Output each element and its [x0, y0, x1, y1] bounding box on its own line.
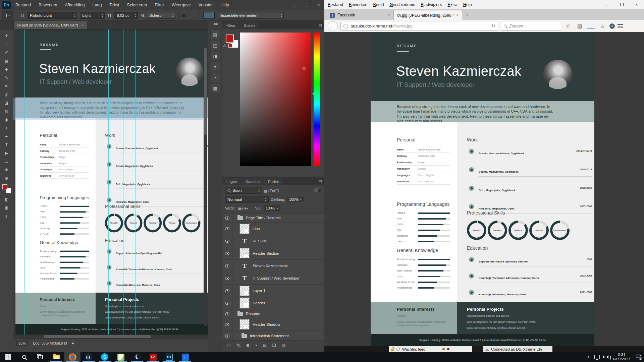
- notification-center-icon[interactable]: 6: [635, 355, 641, 359]
- toolbox-tool-icon[interactable]: ◉: [2, 115, 11, 124]
- collapse-panels-icon[interactable]: ◀◀: [213, 22, 217, 25]
- color-cursor[interactable]: [303, 67, 306, 70]
- taskbar-filezilla[interactable]: FZ: [145, 352, 161, 362]
- guide-line[interactable]: [13, 40, 208, 40]
- menu-item[interactable]: Bestand: [328, 2, 343, 7]
- foreground-background-swatches[interactable]: [2, 184, 11, 193]
- menu-item[interactable]: Afbeelding: [65, 3, 85, 7]
- toolbox-tool-icon[interactable]: ◐: [2, 124, 11, 132]
- layer-visibility-toggle[interactable]: [222, 235, 232, 247]
- layer-row[interactable]: T Introduction Statement: [222, 331, 324, 340]
- guide-line[interactable]: [48, 29, 48, 339]
- layers-action-icon[interactable]: ◑: [255, 343, 257, 348]
- layer-filter-icon[interactable]: ❏: [275, 189, 279, 193]
- toolbox-tool-icon[interactable]: ◎: [2, 90, 11, 99]
- maximize-button[interactable]: [304, 3, 309, 7]
- layers-action-icon[interactable]: ▥: [282, 343, 285, 348]
- font-style-select[interactable]: Light▴▾: [80, 12, 105, 19]
- toolbox-tool-icon[interactable]: ⊕: [2, 174, 11, 182]
- home-icon[interactable]: ⌂: [598, 23, 607, 29]
- panel-tab[interactable]: Lagen: [222, 178, 241, 185]
- task-view-button[interactable]: [32, 352, 48, 362]
- opacity-value[interactable]: 100%▾: [287, 197, 304, 202]
- menu-item[interactable]: Tekst: [109, 3, 119, 7]
- minimize-button[interactable]: [292, 3, 297, 7]
- layer-name[interactable]: Line: [253, 227, 260, 231]
- downloads-icon[interactable]: ↓: [587, 23, 595, 29]
- layer-thumbnail[interactable]: [240, 285, 249, 296]
- layer-thumbnail[interactable]: [240, 319, 249, 330]
- status-arrow-icon[interactable]: ▶: [72, 342, 74, 345]
- text-orientation-icon[interactable]: ↕T: [20, 13, 25, 18]
- menu-item[interactable]: Help: [463, 2, 472, 7]
- layer-filter-icon[interactable]: ▭: [272, 189, 275, 193]
- toolbox-tool-icon[interactable]: ✒: [2, 132, 11, 140]
- toolbox-tool-icon[interactable]: ▭: [2, 157, 11, 166]
- menu-item[interactable]: Weergave: [172, 3, 191, 7]
- layer-visibility-toggle[interactable]: [222, 318, 232, 330]
- pocket-icon[interactable]: v: [609, 23, 615, 29]
- layer-name[interactable]: Layer 1: [253, 289, 265, 293]
- layer-row[interactable]: T Header Shadow: [222, 318, 324, 331]
- menu-item[interactable]: Selecteren: [127, 3, 147, 7]
- layer-visibility-toggle[interactable]: [222, 297, 232, 309]
- taskbar-search-button[interactable]: [16, 352, 32, 362]
- layer-name[interactable]: RESUME: [253, 239, 269, 243]
- menu-item[interactable]: Bladwijzers: [421, 2, 442, 7]
- bookmarks-menu-icon[interactable]: ▤: [575, 23, 584, 29]
- toolbox-tool-icon[interactable]: ✚: [2, 65, 11, 73]
- gamut-warning[interactable]: ⚠: [223, 43, 232, 48]
- layers-action-icon[interactable]: ◙: [247, 343, 249, 348]
- volume-icon[interactable]: [604, 355, 608, 359]
- layer-row[interactable]: T Header: [222, 297, 324, 309]
- bookmark-star-icon[interactable]: ☆: [564, 23, 573, 29]
- taskbar-daemon-tools[interactable]: [129, 352, 145, 362]
- toolbox-mode-icon[interactable]: ▣: [2, 203, 11, 212]
- teamviewer-status-strip[interactable]: ☁ Connected as Dtc-Xtreme: [483, 346, 552, 352]
- menu-item[interactable]: Venster: [199, 3, 213, 7]
- taskbar-notepad[interactable]: [113, 352, 129, 362]
- url-bar[interactable]: i suzuka.dtc-xtreme.net/files/cv.jpg ↻: [340, 22, 498, 31]
- taskbar-clock[interactable]: 0:31 6/09/2017: [613, 353, 630, 361]
- toolbox-tool-icon[interactable]: ✐: [2, 48, 11, 57]
- gamut-color-swatch[interactable]: [228, 44, 232, 48]
- browser-viewport[interactable]: RESUME Steven Kazmierczak IT Support / W…: [324, 32, 644, 346]
- guide-line[interactable]: [13, 51, 208, 51]
- layer-row[interactable]: T Line: [222, 223, 324, 235]
- layer-visibility-toggle[interactable]: [222, 331, 232, 340]
- new-tab-button[interactable]: +: [466, 12, 469, 18]
- menu-item[interactable]: Bestand: [15, 3, 31, 7]
- layer-name[interactable]: Page Title - Resume: [246, 216, 281, 220]
- hamburger-menu-icon[interactable]: [618, 24, 623, 28]
- close-button[interactable]: ×: [316, 3, 321, 7]
- toolbox-tool-icon[interactable]: ▨: [2, 107, 11, 115]
- foreground-color-swatch[interactable]: [226, 35, 234, 43]
- horizontal-scrollbar[interactable]: [13, 335, 207, 339]
- menu-item[interactable]: Bewerken: [39, 3, 57, 7]
- layer-row[interactable]: T IT Support / Web developer: [222, 272, 324, 285]
- minimize-button[interactable]: [600, 0, 614, 9]
- layer-name[interactable]: Introduction Statement: [250, 334, 289, 338]
- toolbox-tool-icon[interactable]: T: [2, 140, 11, 149]
- layer-thumbnail[interactable]: [240, 298, 249, 308]
- tab-close-icon[interactable]: ×: [387, 13, 390, 17]
- toolbox-mode-icon[interactable]: ◫: [2, 212, 11, 220]
- network-icon[interactable]: [594, 355, 600, 359]
- layer-name[interactable]: Header Section: [253, 251, 279, 255]
- menu-item[interactable]: Extra: [447, 2, 457, 7]
- panel-menu-icon[interactable]: ▤: [319, 179, 322, 183]
- document-tab[interactable]: cv.psd @ 25% (Science., CMYK/8*) ×: [13, 21, 87, 29]
- panel-strip-icon[interactable]: ✦: [211, 62, 220, 71]
- tab-cv-jpg[interactable]: cv.jpg (JPEG-afbeelding, 2598 × ×: [393, 10, 462, 20]
- hue-slider-handle[interactable]: ◂: [312, 92, 314, 95]
- hidden-icons-chevron[interactable]: ∧: [587, 355, 590, 359]
- lock-option-icon[interactable]: ▪: [247, 207, 248, 210]
- panel-menu-icon[interactable]: ▤: [319, 23, 322, 27]
- toolbox-tool-icon[interactable]: ▶: [2, 149, 11, 157]
- hue-slider[interactable]: [314, 33, 320, 166]
- start-button[interactable]: [0, 352, 16, 362]
- zoom-level[interactable]: 25%: [16, 341, 28, 346]
- panel-tab[interactable]: Kleur: [222, 21, 240, 29]
- filezilla-status-strip[interactable]: Wachtrij: leeg: [389, 346, 472, 352]
- lock-option-icon[interactable]: ▦: [238, 207, 241, 210]
